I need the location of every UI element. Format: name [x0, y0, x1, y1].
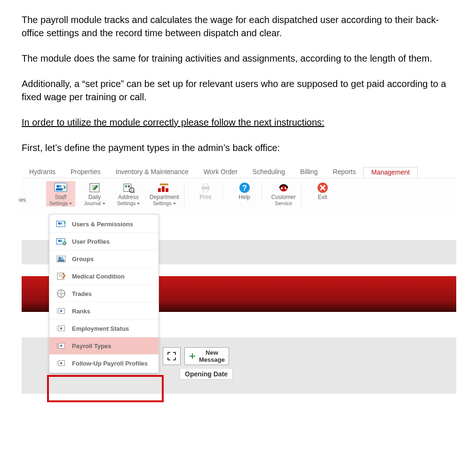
address-sub-label: Settings — [117, 200, 136, 206]
staff-icon — [54, 182, 68, 193]
svg-rect-3 — [56, 188, 63, 191]
svg-point-39 — [61, 257, 63, 260]
menu-label: User Profiles — [72, 238, 110, 245]
menu-employment-status[interactable]: Employment Status — [49, 320, 159, 337]
user-profiles-icon — [56, 237, 66, 246]
followup-icon — [56, 358, 66, 368]
svg-point-63 — [60, 362, 63, 365]
tab-scheduling[interactable]: Scheduling — [245, 167, 293, 177]
opening-date-header: Opening Date — [180, 369, 233, 380]
svg-point-48 — [60, 310, 63, 312]
trades-icon — [56, 289, 66, 298]
svg-rect-16 — [160, 183, 168, 185]
department-label: Department — [150, 194, 179, 200]
staff-label: Staff — [55, 194, 66, 200]
doc-instruction-line: In order to utilize the module correctly… — [22, 116, 454, 129]
menu-label: Trades — [72, 290, 92, 297]
svg-point-23 — [281, 187, 283, 189]
tab-properties[interactable]: Properties — [63, 167, 108, 177]
app-screenshot: Hydrants Properties Inventory & Maintena… — [22, 167, 456, 426]
svg-rect-10 — [128, 185, 130, 187]
menu-label: Payroll Types — [72, 343, 111, 350]
svg-rect-8 — [124, 184, 131, 191]
daily-journal-button[interactable]: DailyJournal — [80, 181, 109, 207]
department-sub-label: Settings — [153, 200, 172, 206]
exit-button[interactable]: Exit — [308, 181, 337, 200]
dropdown-arrow-icon — [69, 203, 72, 205]
print-button[interactable]: Print — [191, 181, 223, 200]
menu-followup-payroll-profiles[interactable]: Follow-Up Payroll Profiles — [49, 355, 159, 372]
customer-sub-label: Service — [275, 200, 292, 206]
medical-icon — [56, 271, 66, 281]
message-label: Message — [199, 356, 225, 363]
dropdown-arrow-icon — [103, 203, 105, 205]
doc-first-line: First, let’s define the payment types in… — [22, 141, 454, 154]
menu-label: Employment Status — [72, 325, 129, 332]
department-icon — [157, 182, 171, 193]
svg-rect-40 — [58, 260, 64, 262]
doc-paragraph-2: The module does the same for training ac… — [22, 52, 454, 65]
expand-button[interactable] — [163, 347, 181, 365]
menu-groups[interactable]: Groups — [49, 250, 159, 268]
svg-rect-9 — [125, 185, 127, 187]
daily-sub-label: Journal — [84, 200, 101, 206]
ribbon-toolbar: ies StaffSettings — [22, 178, 456, 214]
tab-management[interactable]: Management — [363, 167, 418, 178]
svg-text:?: ? — [242, 184, 247, 192]
doc-paragraph-3: Additionally, a “set price” can be set u… — [22, 77, 454, 104]
tab-billing[interactable]: Billing — [293, 167, 325, 177]
print-icon — [198, 182, 213, 193]
customer-label: Customer — [271, 194, 296, 200]
tab-hydrants[interactable]: Hydrants — [22, 167, 63, 177]
department-settings-button[interactable]: DepartmentSettings — [148, 181, 184, 207]
doc-paragraph-1: The payroll module tracks and calculates… — [22, 13, 454, 40]
staff-sub-label: Settings — [49, 200, 68, 206]
tab-work-order[interactable]: Work Order — [196, 167, 245, 177]
dropdown-arrow-icon — [137, 203, 140, 205]
dropdown-arrow-icon — [173, 203, 176, 205]
journal-icon — [87, 182, 102, 193]
address-icon — [121, 182, 135, 193]
customer-service-icon — [277, 182, 291, 193]
menu-payroll-types[interactable]: Payroll Types — [49, 337, 159, 355]
menu-ranks[interactable]: Ranks — [49, 303, 159, 320]
new-message-button[interactable]: New Message — [184, 347, 229, 365]
tab-bar: Hydrants Properties Inventory & Maintena… — [22, 167, 456, 178]
svg-rect-19 — [203, 189, 208, 192]
print-label: Print — [199, 194, 211, 200]
menu-label: Follow-Up Payroll Profiles — [72, 360, 148, 367]
address-label: Address — [118, 194, 139, 200]
truncated-left-label: ies — [19, 197, 26, 203]
exit-icon — [316, 182, 330, 193]
svg-point-35 — [60, 240, 63, 242]
main-area: New Message Opening Date Users & Permiss… — [22, 214, 456, 426]
tab-reports[interactable]: Reports — [325, 167, 363, 177]
svg-rect-18 — [203, 184, 208, 187]
svg-point-24 — [285, 187, 286, 189]
menu-trades[interactable]: Trades — [49, 285, 159, 303]
users-permissions-icon — [56, 219, 66, 229]
customer-service-button[interactable]: CustomerService — [269, 181, 301, 207]
menu-user-profiles[interactable]: User Profiles — [49, 233, 159, 250]
menu-label: Users & Permissions — [72, 221, 133, 228]
payroll-types-icon — [56, 341, 66, 350]
help-button[interactable]: ? Help — [230, 181, 262, 200]
staff-settings-button[interactable]: StaffSettings — [46, 181, 75, 207]
menu-label: Groups — [72, 255, 94, 263]
daily-label: Daily — [88, 194, 101, 200]
svg-line-12 — [133, 191, 135, 193]
menu-label: Medical Condition — [72, 273, 125, 280]
svg-rect-15 — [166, 188, 168, 192]
address-settings-button[interactable]: AddressSettings — [114, 181, 143, 207]
svg-point-32 — [60, 223, 63, 225]
tab-inventory-maintenance[interactable]: Inventory & Maintenance — [108, 167, 196, 177]
help-icon: ? — [238, 182, 252, 193]
svg-point-2 — [59, 185, 62, 188]
menu-users-permissions[interactable]: Users & Permissions — [49, 215, 159, 233]
staff-settings-dropdown: Users & Permissions User Profiles Groups — [49, 214, 159, 373]
exit-label: Exit — [318, 194, 327, 200]
menu-medical-condition[interactable]: Medical Condition — [49, 268, 159, 285]
plus-icon — [189, 352, 196, 360]
menu-label: Ranks — [72, 308, 90, 315]
ranks-icon — [56, 306, 66, 316]
